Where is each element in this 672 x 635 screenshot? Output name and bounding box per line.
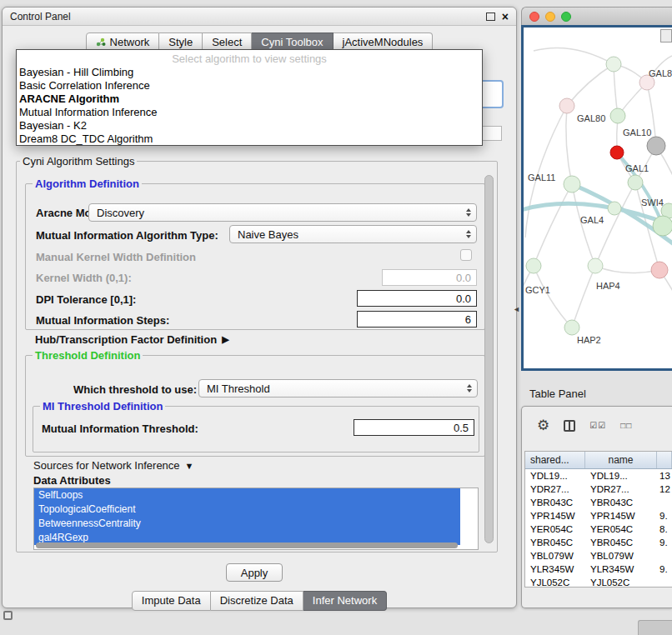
network-node[interactable] bbox=[526, 258, 541, 273]
tab-infer-network[interactable]: Infer Network bbox=[303, 591, 387, 611]
threshold-definition-group: Threshold Definition Which threshold to … bbox=[25, 355, 485, 457]
dropdown-item[interactable]: Bayesian - K2 bbox=[17, 119, 482, 132]
dropdown-item[interactable]: Mutual Information Inference bbox=[17, 106, 482, 119]
cell: 9. bbox=[657, 564, 672, 574]
close-traffic-light[interactable] bbox=[529, 12, 539, 22]
network-node[interactable] bbox=[610, 108, 625, 123]
collapsed-panel-icon[interactable] bbox=[3, 611, 13, 620]
expand-right-icon: ▶ bbox=[222, 334, 228, 345]
selected-value: MI Threshold bbox=[207, 382, 270, 395]
data-attributes-label: Data Attributes bbox=[33, 474, 111, 487]
column-header-name[interactable]: name bbox=[585, 452, 657, 468]
node-label: HAP2 bbox=[577, 335, 601, 345]
which-threshold-select[interactable]: MI Threshold bbox=[198, 379, 478, 398]
table-row[interactable]: YBR045C YBR045C 9. bbox=[525, 536, 672, 549]
dropdown-item[interactable]: Dream8 DC_TDC Algorithm bbox=[17, 132, 482, 146]
dropdown-item[interactable]: Basic Correlation Inference bbox=[17, 79, 482, 92]
network-node[interactable] bbox=[606, 57, 621, 72]
table-row[interactable]: YJL052C YJL052C bbox=[525, 576, 672, 588]
network-node-neutral[interactable] bbox=[647, 137, 665, 155]
network-node[interactable] bbox=[653, 216, 672, 236]
data-attributes-list[interactable]: SelfLoops TopologicalCoefficient Between… bbox=[33, 488, 479, 550]
tab-label: jActiveMNodules bbox=[343, 36, 424, 48]
settings-scrollbar[interactable] bbox=[484, 175, 494, 543]
node-label: GAL8 bbox=[649, 68, 672, 78]
dropdown-item[interactable]: Bayesian - Hill Climbing bbox=[17, 66, 482, 79]
cell: YPR145W bbox=[585, 511, 657, 521]
column-header-shared[interactable]: shared... bbox=[525, 452, 585, 468]
network-node[interactable] bbox=[608, 202, 621, 215]
dropdown-item-selected[interactable]: ARACNE Algorithm bbox=[17, 92, 482, 106]
gear-icon[interactable]: ⚙ bbox=[537, 418, 549, 432]
selected-value: Naive Bayes bbox=[238, 228, 298, 241]
network-canvas[interactable]: GAL8 GAL80 GAL10 GAL1 GAL11 SWI4 GAL4 GC… bbox=[521, 25, 672, 371]
table-toolbar: ⚙ ☑☑ □□ bbox=[537, 418, 632, 432]
network-node[interactable] bbox=[559, 98, 574, 113]
node-label: GAL80 bbox=[577, 113, 605, 123]
close-icon[interactable]: × bbox=[502, 11, 509, 22]
network-node-pink[interactable] bbox=[651, 262, 668, 278]
select-all-checks-icon[interactable]: ☑☑ bbox=[589, 421, 606, 430]
list-item[interactable]: SelfLoops bbox=[34, 488, 460, 502]
mi-algorithm-type-select[interactable]: Naive Bayes bbox=[229, 225, 477, 243]
table-row[interactable]: YBL079W YBL079W bbox=[525, 549, 672, 562]
cell: YLR345W bbox=[525, 564, 585, 574]
mi-threshold-field[interactable]: 0.5 bbox=[354, 419, 474, 436]
network-node[interactable] bbox=[588, 258, 603, 273]
table-row[interactable]: YDR27... YDR27... 12 bbox=[525, 482, 672, 496]
panel-splitter-arrow-icon[interactable]: ◄ bbox=[513, 305, 520, 313]
horizontal-scrollbar-thumb[interactable] bbox=[36, 542, 458, 548]
float-window-icon[interactable] bbox=[486, 12, 495, 21]
tab-label: Select bbox=[212, 36, 242, 48]
cell: YDL19... bbox=[525, 471, 585, 481]
column-header-extra[interactable] bbox=[657, 452, 672, 468]
node-label: GAL11 bbox=[528, 172, 555, 182]
sources-section-toggle[interactable]: Sources for Network Inference ▼ bbox=[33, 459, 193, 472]
network-node[interactable] bbox=[628, 175, 643, 190]
cell: YBR045C bbox=[525, 538, 585, 548]
list-item[interactable]: BetweennessCentrality bbox=[34, 517, 460, 531]
combo-arrows-icon bbox=[466, 230, 471, 238]
group-title: Threshold Definition bbox=[33, 349, 143, 362]
minimize-traffic-light[interactable] bbox=[545, 12, 555, 22]
network-node[interactable] bbox=[564, 320, 579, 335]
tab-label: Impute Data bbox=[142, 594, 201, 607]
columns-icon[interactable] bbox=[564, 420, 575, 432]
cell: YDL19... bbox=[585, 471, 657, 481]
cell: YBL079W bbox=[525, 551, 585, 561]
mi-steps-field[interactable]: 6 bbox=[357, 311, 477, 328]
unselect-all-boxes-icon[interactable]: □□ bbox=[620, 421, 632, 430]
cell: 9. bbox=[657, 538, 672, 548]
tab-discretize-data[interactable]: Discretize Data bbox=[211, 591, 303, 611]
network-node-highlighted[interactable] bbox=[610, 146, 624, 159]
table-row[interactable]: YPR145W YPR145W 9. bbox=[525, 509, 672, 522]
tab-impute-data[interactable]: Impute Data bbox=[132, 591, 211, 611]
hub-section-toggle[interactable]: Hub/Transcription Factor Definition ▶ bbox=[35, 333, 229, 346]
network-node[interactable] bbox=[564, 176, 580, 192]
cell: YDR27... bbox=[585, 484, 657, 494]
node-label: HAP4 bbox=[596, 281, 620, 291]
network-corner-widget[interactable] bbox=[660, 29, 672, 42]
manual-kernel-width-checkbox[interactable] bbox=[460, 249, 472, 261]
dpi-tolerance-field[interactable]: 0.0 bbox=[357, 290, 477, 307]
table-header-row: shared... name bbox=[525, 452, 672, 469]
control-panel-titlebar[interactable]: Control Panel × bbox=[3, 8, 516, 26]
aracne-mode-select[interactable]: Discovery bbox=[88, 203, 477, 222]
table-row[interactable]: YBR043C YBR043C bbox=[525, 496, 672, 509]
cell: YBR045C bbox=[585, 538, 657, 548]
zoom-traffic-light[interactable] bbox=[561, 12, 571, 22]
kernel-width-field[interactable]: 0.0 bbox=[382, 269, 477, 286]
table-row[interactable]: YER054C YER054C 8. bbox=[525, 522, 672, 536]
cell: YPR145W bbox=[525, 511, 585, 521]
network-window-titlebar[interactable] bbox=[521, 7, 672, 25]
node-label: GCY1 bbox=[525, 285, 550, 295]
scrollbar-thumb[interactable] bbox=[484, 175, 494, 543]
node-label: GAL4 bbox=[580, 215, 604, 225]
table-row[interactable]: YLR345W YLR345W 9. bbox=[525, 562, 672, 576]
apply-button[interactable]: Apply bbox=[226, 563, 283, 582]
algorithm-definition-group: Algorithm Definition Aracne Mode: Discov… bbox=[25, 183, 485, 330]
table-row[interactable]: YDL19... YDL19... 13 bbox=[525, 469, 672, 482]
kernel-width-label: Kernel Width (0,1): bbox=[36, 272, 132, 284]
list-item[interactable]: TopologicalCoefficient bbox=[34, 502, 460, 517]
cyni-bottom-tabbar: Impute Data Discretize Data Infer Networ… bbox=[3, 591, 516, 611]
